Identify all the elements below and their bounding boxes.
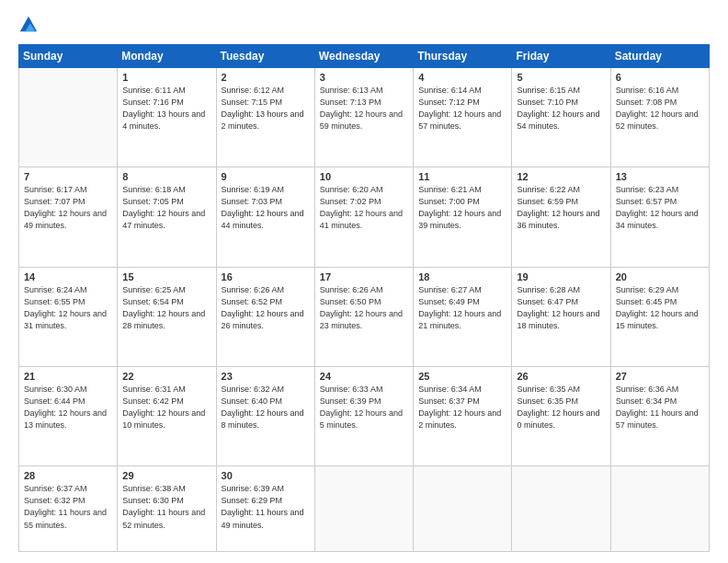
day-number: 20 <box>616 271 704 282</box>
day-number: 4 <box>418 72 506 83</box>
weekday-header: Monday <box>118 45 216 68</box>
weekday-header: Wednesday <box>314 45 413 68</box>
weekday-header: Friday <box>512 45 610 68</box>
day-number: 22 <box>122 371 210 382</box>
day-info: Sunrise: 6:30 AMSunset: 6:44 PMDaylight:… <box>24 384 112 431</box>
day-number: 26 <box>517 371 605 382</box>
day-number: 29 <box>122 470 210 481</box>
day-info: Sunrise: 6:37 AMSunset: 6:32 PMDaylight:… <box>24 483 112 531</box>
day-info: Sunrise: 6:11 AMSunset: 7:16 PMDaylight:… <box>122 85 210 132</box>
calendar-week-row: 1Sunrise: 6:11 AMSunset: 7:16 PMDaylight… <box>19 68 710 167</box>
calendar-cell: 30Sunrise: 6:39 AMSunset: 6:29 PMDayligh… <box>216 466 314 552</box>
day-info: Sunrise: 6:25 AMSunset: 6:54 PMDaylight:… <box>122 284 210 332</box>
calendar-cell: 9Sunrise: 6:19 AMSunset: 7:03 PMDaylight… <box>216 167 314 267</box>
calendar-cell: 25Sunrise: 6:34 AMSunset: 6:37 PMDayligh… <box>414 367 512 466</box>
calendar-cell: 20Sunrise: 6:29 AMSunset: 6:45 PMDayligh… <box>610 267 709 366</box>
day-info: Sunrise: 6:16 AMSunset: 7:08 PMDaylight:… <box>616 85 704 132</box>
day-number: 28 <box>24 470 112 481</box>
day-info: Sunrise: 6:39 AMSunset: 6:29 PMDaylight:… <box>222 483 310 531</box>
day-info: Sunrise: 6:29 AMSunset: 6:45 PMDaylight:… <box>616 284 704 332</box>
day-number: 5 <box>517 72 605 83</box>
calendar-cell: 2Sunrise: 6:12 AMSunset: 7:15 PMDaylight… <box>216 68 314 167</box>
calendar-cell: 13Sunrise: 6:23 AMSunset: 6:57 PMDayligh… <box>610 167 709 267</box>
calendar-cell <box>314 466 413 552</box>
day-info: Sunrise: 6:12 AMSunset: 7:15 PMDaylight:… <box>222 85 310 132</box>
calendar-cell: 8Sunrise: 6:18 AMSunset: 7:05 PMDaylight… <box>118 167 216 267</box>
day-info: Sunrise: 6:22 AMSunset: 6:59 PMDaylight:… <box>517 184 605 232</box>
day-number: 15 <box>122 271 210 282</box>
calendar-cell: 29Sunrise: 6:38 AMSunset: 6:30 PMDayligh… <box>118 466 216 552</box>
day-info: Sunrise: 6:24 AMSunset: 6:55 PMDaylight:… <box>24 284 112 332</box>
day-info: Sunrise: 6:23 AMSunset: 6:57 PMDaylight:… <box>616 184 704 232</box>
day-number: 8 <box>122 171 210 182</box>
calendar-cell <box>19 68 118 167</box>
day-info: Sunrise: 6:21 AMSunset: 7:00 PMDaylight:… <box>418 184 506 232</box>
day-info: Sunrise: 6:26 AMSunset: 6:50 PMDaylight:… <box>320 284 408 332</box>
calendar-cell: 5Sunrise: 6:15 AMSunset: 7:10 PMDaylight… <box>512 68 610 167</box>
day-info: Sunrise: 6:15 AMSunset: 7:10 PMDaylight:… <box>517 85 605 132</box>
calendar-cell: 18Sunrise: 6:27 AMSunset: 6:49 PMDayligh… <box>414 267 512 366</box>
calendar-cell <box>610 466 709 552</box>
calendar-cell: 24Sunrise: 6:33 AMSunset: 6:39 PMDayligh… <box>314 367 413 466</box>
day-info: Sunrise: 6:18 AMSunset: 7:05 PMDaylight:… <box>122 184 210 232</box>
calendar-cell <box>414 466 512 552</box>
day-info: Sunrise: 6:27 AMSunset: 6:49 PMDaylight:… <box>418 284 506 332</box>
day-number: 27 <box>616 371 704 382</box>
header <box>18 15 710 35</box>
day-info: Sunrise: 6:35 AMSunset: 6:35 PMDaylight:… <box>517 384 605 431</box>
day-number: 6 <box>616 72 704 83</box>
calendar-cell: 10Sunrise: 6:20 AMSunset: 7:02 PMDayligh… <box>314 167 413 267</box>
calendar-week-row: 7Sunrise: 6:17 AMSunset: 7:07 PMDaylight… <box>19 167 710 267</box>
day-info: Sunrise: 6:28 AMSunset: 6:47 PMDaylight:… <box>517 284 605 332</box>
day-number: 2 <box>222 72 310 83</box>
calendar-cell: 22Sunrise: 6:31 AMSunset: 6:42 PMDayligh… <box>118 367 216 466</box>
day-number: 3 <box>320 72 408 83</box>
calendar-cell: 26Sunrise: 6:35 AMSunset: 6:35 PMDayligh… <box>512 367 610 466</box>
day-number: 9 <box>222 171 310 182</box>
calendar-cell: 17Sunrise: 6:26 AMSunset: 6:50 PMDayligh… <box>314 267 413 366</box>
day-info: Sunrise: 6:36 AMSunset: 6:34 PMDaylight:… <box>616 384 704 431</box>
day-number: 14 <box>24 271 112 282</box>
calendar-cell: 15Sunrise: 6:25 AMSunset: 6:54 PMDayligh… <box>118 267 216 366</box>
calendar-cell: 12Sunrise: 6:22 AMSunset: 6:59 PMDayligh… <box>512 167 610 267</box>
calendar-cell: 16Sunrise: 6:26 AMSunset: 6:52 PMDayligh… <box>216 267 314 366</box>
calendar-cell: 11Sunrise: 6:21 AMSunset: 7:00 PMDayligh… <box>414 167 512 267</box>
day-number: 16 <box>222 271 310 282</box>
page: SundayMondayTuesdayWednesdayThursdayFrid… <box>0 0 728 563</box>
calendar-cell: 27Sunrise: 6:36 AMSunset: 6:34 PMDayligh… <box>610 367 709 466</box>
day-number: 1 <box>122 72 210 83</box>
day-number: 23 <box>222 371 310 382</box>
day-info: Sunrise: 6:20 AMSunset: 7:02 PMDaylight:… <box>320 184 408 232</box>
weekday-header: Tuesday <box>216 45 314 68</box>
calendar-header: SundayMondayTuesdayWednesdayThursdayFrid… <box>19 45 710 68</box>
calendar-cell: 23Sunrise: 6:32 AMSunset: 6:40 PMDayligh… <box>216 367 314 466</box>
day-info: Sunrise: 6:32 AMSunset: 6:40 PMDaylight:… <box>222 384 310 431</box>
calendar-cell: 19Sunrise: 6:28 AMSunset: 6:47 PMDayligh… <box>512 267 610 366</box>
calendar-cell: 3Sunrise: 6:13 AMSunset: 7:13 PMDaylight… <box>314 68 413 167</box>
calendar-cell: 28Sunrise: 6:37 AMSunset: 6:32 PMDayligh… <box>19 466 118 552</box>
day-info: Sunrise: 6:17 AMSunset: 7:07 PMDaylight:… <box>24 184 112 232</box>
logo-icon <box>18 15 39 35</box>
calendar-cell: 14Sunrise: 6:24 AMSunset: 6:55 PMDayligh… <box>19 267 118 366</box>
day-info: Sunrise: 6:13 AMSunset: 7:13 PMDaylight:… <box>320 85 408 132</box>
day-number: 21 <box>24 371 112 382</box>
calendar-cell <box>512 466 610 552</box>
day-number: 24 <box>320 371 408 382</box>
weekday-header-row: SundayMondayTuesdayWednesdayThursdayFrid… <box>19 45 710 68</box>
day-number: 13 <box>616 171 704 182</box>
weekday-header: Saturday <box>610 45 709 68</box>
day-number: 18 <box>418 271 506 282</box>
day-number: 10 <box>320 171 408 182</box>
calendar-week-row: 21Sunrise: 6:30 AMSunset: 6:44 PMDayligh… <box>19 367 710 466</box>
day-info: Sunrise: 6:33 AMSunset: 6:39 PMDaylight:… <box>320 384 408 431</box>
calendar-cell: 7Sunrise: 6:17 AMSunset: 7:07 PMDaylight… <box>19 167 118 267</box>
calendar-cell: 1Sunrise: 6:11 AMSunset: 7:16 PMDaylight… <box>118 68 216 167</box>
day-number: 11 <box>418 171 506 182</box>
day-info: Sunrise: 6:14 AMSunset: 7:12 PMDaylight:… <box>418 85 506 132</box>
calendar-table: SundayMondayTuesdayWednesdayThursdayFrid… <box>18 44 710 552</box>
day-number: 30 <box>222 470 310 481</box>
calendar-week-row: 28Sunrise: 6:37 AMSunset: 6:32 PMDayligh… <box>19 466 710 552</box>
calendar-body: 1Sunrise: 6:11 AMSunset: 7:16 PMDaylight… <box>19 68 710 552</box>
calendar-cell: 4Sunrise: 6:14 AMSunset: 7:12 PMDaylight… <box>414 68 512 167</box>
calendar-cell: 6Sunrise: 6:16 AMSunset: 7:08 PMDaylight… <box>610 68 709 167</box>
